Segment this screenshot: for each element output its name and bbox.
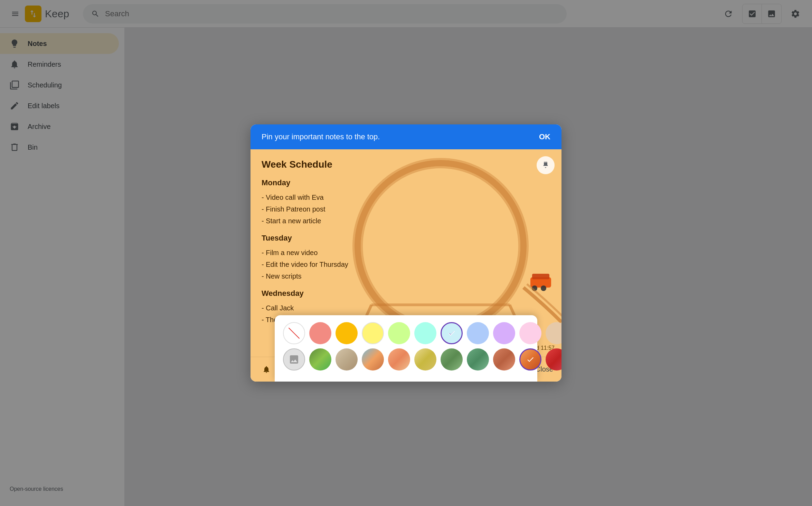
color-green[interactable]	[388, 322, 410, 344]
wednesday-item-1: - Call Jack	[262, 302, 550, 314]
color-yellow[interactable]	[362, 322, 384, 344]
tuesday-item-2: - Edit the video for Thursday	[262, 259, 550, 270]
monday-item-2: - Finish Patreon post	[262, 203, 550, 215]
texture-forest[interactable]	[309, 348, 331, 371]
texture-forest2[interactable]	[467, 348, 489, 371]
color-picker	[275, 315, 537, 382]
day-tuesday-label: Tuesday	[262, 234, 550, 243]
color-none[interactable]	[283, 322, 305, 344]
modal-topbar: Pin your important notes to the top. OK	[251, 124, 561, 149]
texture-none[interactable]	[283, 348, 305, 371]
texture-mushroom[interactable]	[493, 348, 515, 371]
texture-swatches-row	[283, 348, 529, 371]
day-monday: Monday - Video call with Eva - Finish Pa…	[262, 178, 550, 227]
pin-message: Pin your important notes to the top.	[262, 132, 380, 141]
texture-peach[interactable]	[388, 348, 410, 371]
texture-candle[interactable]	[441, 348, 463, 371]
color-swatches-row	[283, 322, 529, 344]
monday-item-1: - Video call with Eva	[262, 191, 550, 203]
color-pink[interactable]	[519, 322, 541, 344]
note-title: Week Schedule	[262, 159, 550, 170]
note-modal: Pin your important notes to the top. OK	[251, 124, 561, 382]
texture-trees[interactable]	[414, 348, 436, 371]
color-blue[interactable]	[441, 322, 463, 344]
color-red[interactable]	[309, 322, 331, 344]
color-darkblue[interactable]	[467, 322, 489, 344]
note-text-content: Week Schedule Monday - Video call with E…	[251, 149, 561, 335]
day-monday-label: Monday	[262, 178, 550, 187]
tuesday-item-1: - Film a new video	[262, 247, 550, 259]
texture-leaf[interactable]	[336, 348, 358, 371]
texture-mountains[interactable]	[362, 348, 384, 371]
tuesday-item-3: - New scripts	[262, 270, 550, 282]
monday-item-3: - Start a new article	[262, 215, 550, 227]
remind-button[interactable]	[259, 362, 274, 377]
color-orange[interactable]	[336, 322, 358, 344]
ok-button[interactable]: OK	[539, 132, 550, 141]
day-wednesday-label: Wednesday	[262, 289, 550, 298]
day-tuesday: Tuesday - Film a new video - Edit the vi…	[262, 234, 550, 282]
texture-rollercoaster[interactable]	[519, 348, 541, 371]
color-purple[interactable]	[493, 322, 515, 344]
color-teal[interactable]	[414, 322, 436, 344]
